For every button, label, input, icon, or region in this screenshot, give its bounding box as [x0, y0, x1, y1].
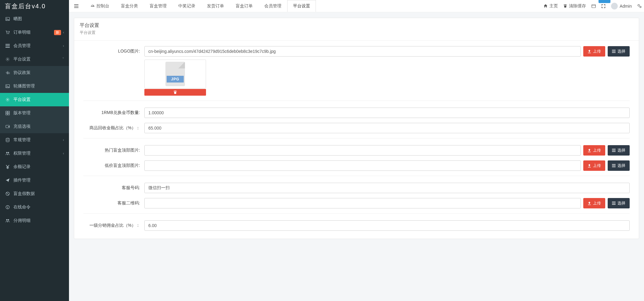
sidebar-item-11[interactable]: 余额记录 [0, 160, 69, 174]
svg-point-2 [7, 33, 7, 34]
label-hot: 热门盲盒顶部图片: [83, 145, 144, 153]
sidebar-item-5[interactable]: 轮播图管理 [0, 79, 69, 93]
sidebar-item-12[interactable]: 插件管理 [0, 174, 69, 187]
input-svc-qr[interactable] [144, 198, 581, 208]
upload-icon [588, 50, 591, 53]
svg-point-16 [8, 152, 9, 153]
lang-icon[interactable] [592, 4, 596, 8]
sidebar-nav: 晒图订单明细新‹会员管理‹平台设置˅协议政策轮播图管理平台设置版本管理充值选项常… [0, 12, 69, 301]
svg-point-1 [6, 18, 7, 19]
info-icon [5, 204, 10, 210]
input-lv1[interactable] [144, 220, 630, 231]
upload-label: 上传 [593, 163, 601, 168]
sidebar-item-2[interactable]: 会员管理‹ [0, 39, 69, 53]
upload-button-logo[interactable]: 上传 [583, 46, 605, 57]
choose-button-logo[interactable]: 选择 [608, 46, 630, 57]
tab-0[interactable]: 控制台 [85, 0, 115, 12]
tab-7[interactable]: 平台设置 [287, 0, 316, 12]
list-icon [612, 149, 616, 152]
svg-point-15 [6, 152, 7, 153]
wallet-icon [5, 124, 10, 129]
list-icon [612, 50, 616, 53]
input-recycle[interactable] [144, 123, 630, 133]
input-svc-num[interactable] [144, 183, 630, 193]
sidebar-item-15[interactable]: 分佣明细 [0, 214, 69, 227]
sidebar-item-3[interactable]: 平台设置˅ [0, 53, 69, 66]
sidebar-item-label: 插件管理 [13, 178, 64, 183]
home-link[interactable]: 主页 [544, 3, 558, 9]
sidebar-item-6[interactable]: 平台设置 [0, 93, 69, 106]
label-lv1: 一级分销佣金占比（%）： [83, 220, 144, 228]
choose-button-hot[interactable]: 选择 [608, 145, 630, 156]
top-blue-pill [599, 0, 610, 3]
yen-icon [5, 164, 10, 170]
chevron-icon: ‹ [63, 30, 64, 35]
users-icon [5, 218, 10, 223]
label-rmb: 1RMB兑换金币数量: [83, 108, 144, 116]
upload-button-qr[interactable]: 上传 [583, 198, 605, 208]
clear-cache-link[interactable]: 清除缓存 [563, 3, 586, 9]
upload-label: 上传 [593, 148, 601, 153]
sidebar-item-label: 会员管理 [13, 43, 63, 49]
top-right: 主页 清除缓存 Admin [544, 0, 644, 12]
file-thumb: JPG [165, 62, 185, 86]
upload-button-cheap[interactable]: 上传 [583, 160, 605, 171]
label-svc-num: 客服号码: [83, 183, 144, 191]
delete-logo-button[interactable] [144, 89, 206, 96]
page-subtitle: 平台设置 [80, 30, 633, 35]
tab-4[interactable]: 发货订单 [201, 0, 230, 12]
logo-preview: JPG [144, 60, 206, 88]
choose-button-cheap[interactable]: 选择 [608, 160, 630, 171]
home-icon [544, 4, 548, 8]
topbar: 控制台盲盒分类盲盒管理中奖记录发货订单盲盒订单会员管理平台设置 主页 清除缓存 [69, 0, 644, 12]
avatar [611, 3, 618, 9]
sidebar-item-label: 常规管理 [13, 137, 63, 143]
input-hot[interactable] [144, 145, 581, 156]
chevron-icon: ‹ [63, 138, 64, 142]
upload-button-hot[interactable]: 上传 [583, 145, 605, 156]
sidebar-item-1[interactable]: 订单明细新‹ [0, 26, 69, 39]
tab-label: 发货订单 [207, 3, 224, 9]
user-menu[interactable]: Admin [611, 3, 632, 9]
tab-6[interactable]: 会员管理 [259, 0, 287, 12]
row-lv1: 一级分销佣金占比（%）： [83, 220, 630, 231]
sidebar-item-13[interactable]: 盲盒假数据 [0, 187, 69, 200]
home-label: 主页 [549, 3, 558, 9]
label-svc-qr: 客服二维码: [83, 198, 144, 206]
fullscreen-icon[interactable] [601, 4, 606, 8]
svg-rect-21 [592, 4, 595, 8]
tab-1[interactable]: 盲盒分类 [115, 0, 144, 12]
gear-icon [5, 57, 10, 62]
choose-label: 选择 [617, 163, 625, 168]
input-cheap[interactable] [144, 160, 581, 171]
label-cheap: 低价盲盒顶部图片: [83, 160, 144, 168]
tab-label: 平台设置 [293, 3, 310, 9]
tab-label: 会员管理 [264, 3, 281, 9]
sidebar-item-9[interactable]: 常规管理‹ [0, 133, 69, 147]
tab-3[interactable]: 中奖记录 [172, 0, 201, 12]
sidebar-item-0[interactable]: 晒图 [0, 12, 69, 26]
upload-icon [588, 164, 591, 167]
toggle-sidebar-button[interactable] [71, 0, 81, 12]
choose-button-qr[interactable]: 选择 [608, 198, 630, 208]
svg-point-23 [640, 6, 641, 8]
grid-icon [5, 110, 10, 116]
tab-2[interactable]: 盲盒管理 [144, 0, 172, 12]
svg-point-14 [6, 138, 9, 139]
chevron-icon: ‹ [63, 44, 64, 48]
tab-5[interactable]: 盲盒订单 [230, 0, 259, 12]
sidebar-item-4[interactable]: 协议政策 [0, 66, 69, 79]
sidebar-item-8[interactable]: 充值选项 [0, 120, 69, 133]
gear-icon [5, 97, 10, 102]
input-logo[interactable] [144, 46, 581, 57]
sidebar-item-7[interactable]: 版本管理 [0, 106, 69, 120]
input-rmb[interactable] [144, 108, 630, 118]
sidebar-item-14[interactable]: 在线命令 [0, 200, 69, 214]
sidebar-item-10[interactable]: 权限管理‹ [0, 147, 69, 160]
settings-gears-icon[interactable] [637, 4, 642, 8]
svg-rect-13 [8, 126, 9, 127]
svg-rect-8 [6, 111, 7, 113]
svg-point-7 [7, 99, 8, 100]
row-recycle: 商品回收金额占比（%）： [83, 123, 630, 133]
upload-icon [588, 149, 591, 152]
